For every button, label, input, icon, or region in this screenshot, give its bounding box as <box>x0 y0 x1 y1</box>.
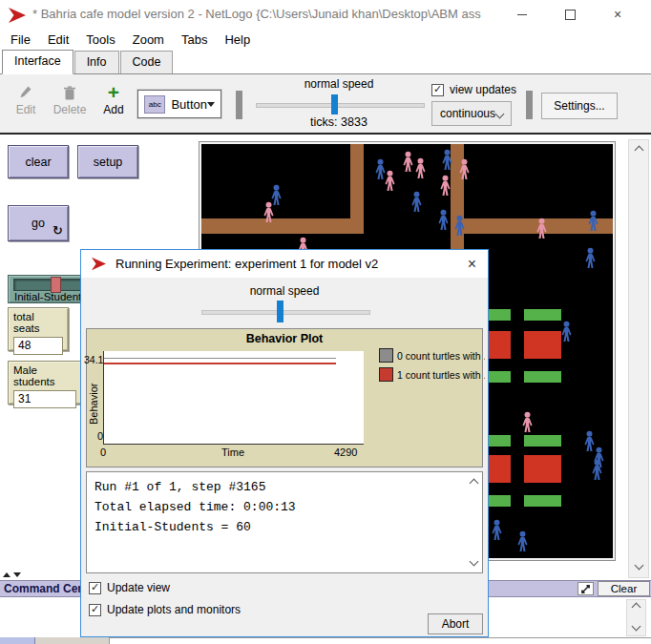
update-plots-checkbox[interactable]: ✓ Update plots and monitors <box>89 603 241 616</box>
y-axis-min-tick: 0 <box>90 430 103 442</box>
scroll-up-icon[interactable] <box>627 604 645 611</box>
delete-button[interactable]: Delete <box>48 82 92 116</box>
setup-button[interactable]: setup <box>77 145 138 178</box>
button-widget-icon: abc <box>144 95 165 114</box>
scroll-down-icon[interactable] <box>629 562 648 569</box>
settings-button[interactable]: Settings... <box>541 93 618 119</box>
window-controls: × <box>489 0 651 29</box>
person-male <box>586 210 600 232</box>
tab-info[interactable]: Info <box>74 51 119 73</box>
legend-swatch-icon <box>379 348 393 363</box>
pencil-icon <box>6 82 46 103</box>
dialog-speed-handle[interactable] <box>277 301 284 322</box>
speed-slider-label: normal speed <box>255 77 423 91</box>
person-male <box>452 215 467 237</box>
person-female <box>535 218 549 239</box>
minimize-button[interactable] <box>502 0 542 29</box>
person-male <box>410 191 424 213</box>
close-button[interactable]: × <box>598 0 638 29</box>
tab-interface[interactable]: Interface <box>2 50 74 74</box>
input-row-gap <box>35 637 109 644</box>
person-male <box>515 530 530 552</box>
abort-label: Abort <box>442 617 470 631</box>
tab-strip: InterfaceInfoCode <box>0 51 651 74</box>
seat-block <box>524 371 561 383</box>
log-lines: Run #1 of 1, step #3165Total elapsed tim… <box>94 477 474 537</box>
person-male <box>559 321 574 343</box>
view-updates-checkbox[interactable]: ✓ view updates <box>431 83 516 96</box>
update-mode-selected: continuous <box>440 107 495 120</box>
dialog-speed-label: normal speed <box>81 284 488 298</box>
menu-item-tools[interactable]: Tools <box>77 29 123 51</box>
tab-code[interactable]: Code <box>120 51 174 73</box>
dialog-title-bar[interactable]: Running Experiment: experiment 1 for mod… <box>81 250 488 278</box>
command-center-input-row <box>0 637 651 644</box>
menu-item-help[interactable]: Help <box>216 29 259 51</box>
edit-button[interactable]: Edit <box>6 82 46 116</box>
dialog-close-icon[interactable]: × <box>468 257 476 272</box>
menu-item-tabs[interactable]: Tabs <box>173 29 216 51</box>
x-axis-label: Time <box>103 447 363 458</box>
command-center-expand-button[interactable] <box>578 582 594 595</box>
netlogo-window: * Bahria cafe model version 2 - NetLogo … <box>0 0 651 644</box>
main-scrollbar[interactable] <box>628 139 649 578</box>
observer-dropdown[interactable] <box>0 637 35 644</box>
widget-type-dropdown[interactable]: abc Button <box>137 90 221 118</box>
plot-series-line <box>104 363 336 364</box>
scroll-down-icon[interactable] <box>470 557 479 567</box>
experiment-log[interactable]: Run #1 of 1, step #3165Total elapsed tim… <box>86 471 483 573</box>
person-female <box>413 157 428 179</box>
ticks-counter: ticks: 3833 <box>255 115 423 129</box>
add-button[interactable]: + Add <box>95 82 132 116</box>
command-center-clear-button[interactable]: Clear <box>598 581 650 596</box>
scroll-down-icon[interactable] <box>627 623 645 630</box>
window-title: * Bahria cafe model version 2 - NetLogo … <box>32 0 481 29</box>
maximize-button[interactable] <box>550 0 590 29</box>
clear-button[interactable]: clear <box>8 145 69 178</box>
monitor-total-seats: total seats 48 <box>8 307 69 351</box>
netlogo-logo-icon <box>91 257 107 271</box>
update-view-checkbox[interactable]: ✓ Update view <box>89 581 170 594</box>
update-mode-dropdown[interactable]: continuous <box>431 101 512 126</box>
add-label: Add <box>95 103 132 116</box>
table-block <box>524 455 561 483</box>
person-male <box>583 247 598 269</box>
go-label: go <box>32 217 45 230</box>
scroll-up-icon[interactable] <box>629 147 648 154</box>
plus-icon: + <box>95 82 132 103</box>
dialog-title: Running Experiment: experiment 1 for mod… <box>116 257 378 271</box>
go-button[interactable]: go ↻ <box>8 205 69 241</box>
command-input[interactable] <box>109 637 651 644</box>
abort-button[interactable]: Abort <box>428 613 483 634</box>
diagonal-arrows-icon <box>580 584 591 594</box>
behavior-plot-panel: Behavior Plot 34.1 0 Behavior 0 Time 429… <box>86 328 483 467</box>
title-bar[interactable]: * Bahria cafe model version 2 - NetLogo … <box>0 0 651 29</box>
legend-item: 0 count turtles with ... <box>379 348 485 363</box>
widget-type-selected: Button <box>171 97 207 112</box>
person-female <box>383 170 397 192</box>
close-icon: × <box>614 8 621 21</box>
dialog-speed-track[interactable] <box>201 310 370 315</box>
minimize-icon <box>517 14 527 15</box>
check-icon: ✓ <box>91 604 99 614</box>
speed-slider-track[interactable] <box>256 103 425 108</box>
command-center-scrollbar[interactable] <box>626 599 646 636</box>
legend-swatch-icon <box>379 367 393 382</box>
legend-item: 1 count turtles with ... <box>379 367 485 382</box>
dropdown-arrow-icon <box>207 102 215 107</box>
menu-item-edit[interactable]: Edit <box>39 29 77 51</box>
menu-item-file[interactable]: File <box>2 29 39 51</box>
log-line: Total elapsed time: 0:00:13 <box>94 497 474 517</box>
running-experiment-dialog: Running Experiment: experiment 1 for mod… <box>80 249 489 637</box>
seat-block <box>524 309 561 321</box>
menu-item-zoom[interactable]: Zoom <box>124 29 173 51</box>
update-view-label: Update view <box>107 581 170 594</box>
plot-area <box>103 351 364 445</box>
plot-legend: 0 count turtles with ...1 count turtles … <box>379 348 485 386</box>
x-axis-max-tick: 4290 <box>334 447 357 458</box>
speed-slider-handle[interactable] <box>331 94 338 114</box>
command-center-splitter[interactable] <box>3 572 21 577</box>
seat-block <box>524 495 561 507</box>
log-line: Run #1 of 1, step #3165 <box>94 477 474 497</box>
wall <box>201 218 360 234</box>
